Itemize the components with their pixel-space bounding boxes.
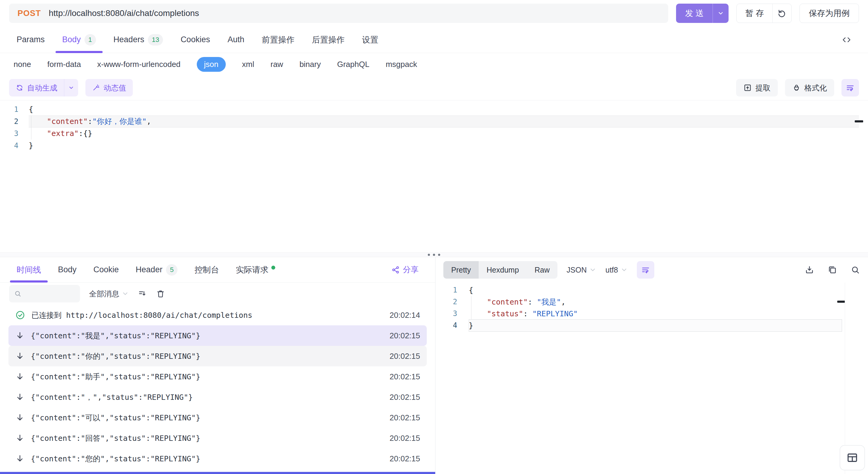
search-box[interactable]: [9, 285, 80, 302]
timeline-event-row[interactable]: 已连接到 http://localhost:8080/ai/chat/compl…: [8, 305, 427, 325]
layout-toggle-button[interactable]: [840, 445, 865, 470]
tab-settings[interactable]: 设置: [362, 27, 378, 53]
share-button[interactable]: 分享: [392, 265, 418, 275]
event-time: 20:02:15: [390, 454, 420, 464]
format-button[interactable]: 格式化: [785, 79, 834, 97]
panel-splitter[interactable]: [0, 252, 868, 257]
copy-icon: [828, 265, 837, 275]
send-options-button[interactable]: [713, 4, 728, 23]
body-type-xml[interactable]: xml: [242, 60, 254, 69]
tab-count-badge: 13: [148, 34, 163, 45]
auto-scroll-button[interactable]: [138, 289, 147, 298]
connected-check-icon: [15, 310, 25, 320]
stash-button[interactable]: 暂 存: [737, 8, 772, 19]
tab-body[interactable]: Body1: [62, 27, 96, 53]
request-bar: POST http://localhost:8080/ai/chat/compl…: [0, 0, 868, 27]
auto-scroll-icon: [138, 289, 147, 298]
event-time: 20:02:15: [390, 372, 420, 381]
tab-headers[interactable]: Headers13: [114, 27, 163, 53]
line-content: "status": "REPLYING": [469, 308, 578, 319]
body-type-graphql[interactable]: GraphQL: [337, 60, 369, 69]
download-button[interactable]: [805, 265, 814, 275]
encoding-label: utf8: [606, 266, 618, 274]
line-number: 3: [435, 308, 469, 319]
body-type-x-www-form-urlencoded[interactable]: x-www-form-urlencoded: [97, 60, 181, 69]
word-wrap-button[interactable]: [841, 79, 859, 97]
search-icon: [14, 290, 22, 298]
tab-cookies[interactable]: Cookies: [181, 27, 210, 53]
code-line: 3 "status": "REPLYING": [435, 308, 868, 319]
line-content: "content":"你好，你是谁",: [29, 115, 151, 128]
chevron-down-icon: [621, 266, 628, 273]
tab-params[interactable]: Params: [17, 27, 45, 53]
message-received-arrow-icon: [15, 331, 25, 340]
code-line: 4}: [435, 319, 868, 331]
response-word-wrap-button[interactable]: [637, 261, 654, 279]
timeline-event-row[interactable]: {"content":"您的","status":"REPLYING"}20:0…: [8, 448, 427, 469]
view-mode-segmented-control: PrettyHexdumpRaw: [443, 261, 557, 279]
response-actions: [805, 265, 860, 275]
tab-post-ops[interactable]: 后置操作: [312, 27, 344, 53]
body-type-json[interactable]: json: [197, 57, 226, 72]
event-time: 20:02:15: [390, 351, 420, 361]
tab-body[interactable]: Body: [58, 257, 77, 282]
tab-auth[interactable]: Auth: [227, 27, 245, 53]
request-body-editor[interactable]: 1{2 "content":"你好，你是谁",3 "extra":{}4}: [0, 100, 868, 252]
tab-timeline[interactable]: 时间线: [17, 257, 41, 282]
body-type-raw[interactable]: raw: [271, 60, 283, 69]
tab-pre-ops[interactable]: 前置操作: [262, 27, 294, 53]
line-content: {: [469, 284, 473, 296]
body-type-bar: noneform-datax-www-form-urlencodedjsonxm…: [0, 53, 868, 75]
tab-header[interactable]: Header5: [136, 257, 178, 282]
mode-raw[interactable]: Raw: [527, 261, 557, 279]
tab-label: Params: [17, 35, 45, 44]
timeline-event-row[interactable]: {"content":"，","status":"REPLYING"}20:02…: [8, 387, 427, 407]
timeline-event-row[interactable]: {"content":"你的","status":"REPLYING"}20:0…: [8, 346, 427, 366]
timeline-event-row[interactable]: {"content":"可以","status":"REPLYING"}20:0…: [8, 407, 427, 428]
clear-messages-button[interactable]: [156, 289, 165, 298]
horizontal-scrollbar-thumb[interactable]: [0, 472, 435, 474]
extract-button[interactable]: 提取: [736, 79, 778, 97]
send-button-group[interactable]: 发 送: [676, 4, 729, 23]
content-type-select[interactable]: JSON: [566, 266, 596, 274]
mode-pretty[interactable]: Pretty: [443, 261, 479, 279]
send-button[interactable]: 发 送: [676, 8, 713, 19]
response-body-viewer[interactable]: 1{2 "content": "我是",3 "status": "REPLYIN…: [435, 282, 868, 474]
event-text: {"content":"，","status":"REPLYING"}: [31, 392, 193, 402]
line-number: 4: [0, 140, 29, 152]
body-type-none[interactable]: none: [13, 60, 31, 69]
code-line: 2 "content": "我是",: [435, 296, 868, 308]
timeline-event-row[interactable]: {"content":"我是","status":"REPLYING"}20:0…: [8, 325, 427, 346]
tab-console[interactable]: 控制台: [194, 257, 219, 282]
response-area: 时间线BodyCookieHeader5控制台实际请求 分享 全部消息: [0, 257, 868, 474]
url-input[interactable]: POST http://localhost:8080/ai/chat/compl…: [9, 4, 668, 23]
save-as-case-button[interactable]: 保存为用例: [800, 4, 859, 23]
mode-hexdump[interactable]: Hexdump: [479, 261, 527, 279]
message-filter-label: 全部消息: [89, 289, 119, 299]
message-filter-select[interactable]: 全部消息: [89, 289, 129, 299]
share-label: 分享: [403, 265, 418, 275]
event-text: {"content":"助手","status":"REPLYING"}: [31, 372, 200, 382]
search-input[interactable]: [25, 289, 75, 299]
dynamic-value-button[interactable]: 动态值: [85, 79, 133, 97]
search-response-button[interactable]: [850, 265, 860, 275]
auto-generate-button[interactable]: 自动生成: [9, 79, 64, 97]
body-type-form-data[interactable]: form-data: [48, 60, 81, 69]
tab-actual-request[interactable]: 实际请求: [236, 257, 275, 282]
magic-wand-icon: [92, 84, 100, 92]
body-type-binary[interactable]: binary: [300, 60, 321, 69]
encoding-select[interactable]: utf8: [606, 266, 628, 274]
tab-cookie[interactable]: Cookie: [94, 257, 119, 282]
auto-generate-options-button[interactable]: [64, 79, 78, 97]
line-number: 2: [435, 296, 469, 308]
copy-button[interactable]: [828, 265, 837, 275]
undo-button[interactable]: [773, 4, 791, 23]
splitter-handle-icon: [428, 254, 440, 256]
timeline-event-row[interactable]: {"content":"助手","status":"REPLYING"}20:0…: [8, 366, 427, 387]
app-root: POST http://localhost:8080/ai/chat/compl…: [0, 0, 868, 474]
code-snippet-button[interactable]: [842, 35, 851, 45]
code-line: 1{: [435, 284, 868, 296]
timeline-event-row[interactable]: {"content":"回答","status":"REPLYING"}20:0…: [8, 428, 427, 448]
body-type-msgpack[interactable]: msgpack: [386, 60, 417, 69]
line-number: 1: [435, 284, 469, 296]
